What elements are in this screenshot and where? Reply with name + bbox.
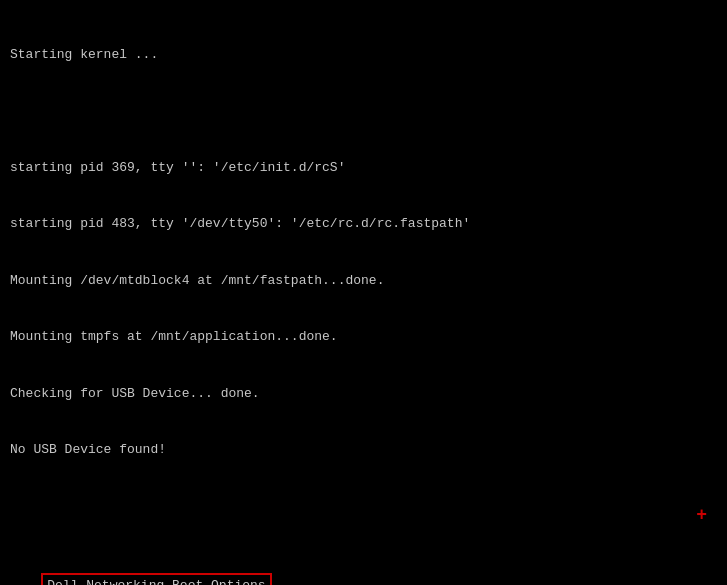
line-dell-networking: Dell Networking Boot Options ===========… <box>10 554 717 585</box>
line-starting-kernel: Starting kernel ... <box>10 46 717 65</box>
line-mounting-mtd: Mounting /dev/mtdblock4 at /mnt/fastpath… <box>10 272 717 291</box>
line-pid369: starting pid 369, tty '': '/etc/init.d/r… <box>10 159 717 178</box>
line-pid483: starting pid 483, tty '/dev/tty50': '/et… <box>10 215 717 234</box>
terminal-screen: Starting kernel ... starting pid 369, tt… <box>10 8 717 585</box>
line-mounting-tmpfs: Mounting tmpfs at /mnt/application...don… <box>10 328 717 347</box>
line-no-usb: No USB Device found! <box>10 441 717 460</box>
line-checking-usb: Checking for USB Device... done. <box>10 385 717 404</box>
blank-line-2 <box>10 498 717 517</box>
dell-networking-header: Dell Networking Boot Options ===========… <box>41 573 271 585</box>
plus-icon: + <box>696 505 707 525</box>
blank-line-1 <box>10 102 717 121</box>
